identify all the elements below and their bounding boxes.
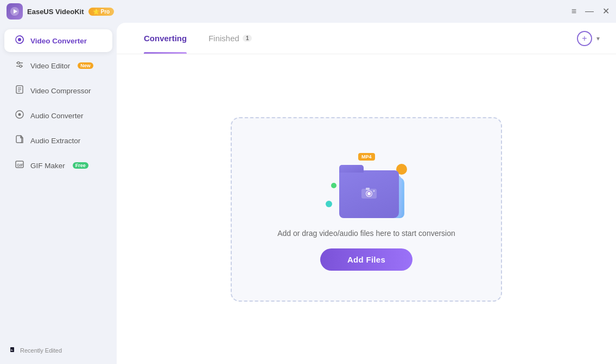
video-converter-icon (14, 35, 25, 47)
free-badge: Free (73, 162, 88, 169)
sidebar-label-video-compressor: Video Compressor (30, 87, 91, 95)
titlebar-controls: ≡ — ✕ (571, 7, 609, 16)
recently-edited-label: Recently Edited (20, 347, 62, 354)
tab-finished-label: Finished (208, 34, 239, 43)
audio-converter-icon (14, 110, 25, 122)
recently-edited: fh Recently Edited (10, 347, 107, 354)
app-name: EaseUS VideoKit (27, 8, 84, 16)
tab-finished[interactable]: Finished 1 (198, 23, 263, 54)
app-logo (7, 3, 23, 20)
tab-converting-label: Converting (144, 34, 187, 43)
close-button[interactable]: ✕ (602, 7, 609, 16)
minimize-button[interactable]: — (585, 7, 594, 16)
add-files-button[interactable]: Add Files (320, 248, 412, 271)
svg-point-23 (373, 190, 375, 192)
camera-icon (361, 186, 377, 203)
drop-instruction: Add or drag video/audio files here to st… (277, 229, 455, 238)
svg-point-3 (18, 38, 21, 41)
sidebar-item-video-compressor[interactable]: Video Compressor (4, 79, 112, 102)
audio-extractor-icon (14, 135, 25, 146)
video-editor-icon (14, 60, 25, 72)
sidebar-label-video-converter: Video Converter (30, 37, 87, 45)
sidebar-label-gif-maker: GIF Maker (30, 162, 65, 170)
sidebar-bottom: fh Recently Edited (0, 342, 117, 359)
sidebar-item-audio-extractor[interactable]: Audio Extractor (4, 129, 112, 152)
svg-point-7 (20, 65, 22, 67)
dot-green (331, 183, 336, 188)
pro-badge: ⭐ Pro (88, 8, 115, 16)
video-compressor-icon (14, 85, 25, 97)
sidebar: Video Converter Video Editor New (0, 23, 117, 364)
add-format-button[interactable]: + (577, 31, 592, 46)
sidebar-item-audio-converter[interactable]: Audio Converter (4, 104, 112, 127)
tab-converting[interactable]: Converting (133, 23, 198, 54)
folder-tab (339, 165, 364, 173)
sidebar-label-video-editor: Video Editor (30, 62, 70, 70)
svg-point-6 (17, 62, 20, 64)
svg-rect-22 (366, 188, 370, 190)
sidebar-label-audio-converter: Audio Converter (30, 112, 84, 120)
mp4-badge: MP4 (358, 153, 375, 161)
new-badge: New (78, 62, 93, 69)
sidebar-label-audio-extractor: Audio Extractor (30, 137, 80, 145)
drop-zone-illustration: MP4 (323, 148, 410, 218)
svg-text:GIF: GIF (17, 163, 23, 167)
menu-button[interactable]: ≡ (571, 7, 576, 16)
svg-text:fh: fh (11, 349, 13, 352)
tabbar: Converting Finished 1 + ▾ (117, 23, 616, 54)
sidebar-item-video-converter[interactable]: Video Converter (4, 29, 112, 52)
content-area: Converting Finished 1 + ▾ (117, 23, 616, 364)
titlebar: EaseUS VideoKit ⭐ Pro ≡ — ✕ (0, 0, 616, 23)
sidebar-item-video-editor[interactable]: Video Editor New (4, 54, 112, 77)
main-layout: Video Converter Video Editor New (0, 23, 616, 364)
sidebar-item-gif-maker[interactable]: GIF GIF Maker Free (4, 154, 112, 177)
drop-zone-container: MP4 (117, 54, 616, 364)
svg-point-13 (18, 113, 21, 116)
folder-front (339, 170, 399, 218)
drop-zone[interactable]: MP4 (231, 117, 502, 302)
finished-badge: 1 (243, 35, 252, 42)
gif-maker-icon: GIF (14, 159, 25, 171)
dot-teal (326, 201, 332, 207)
dropdown-button[interactable]: ▾ (596, 35, 600, 42)
titlebar-left: EaseUS VideoKit ⭐ Pro (7, 3, 114, 20)
tabbar-actions: + ▾ (577, 31, 600, 46)
